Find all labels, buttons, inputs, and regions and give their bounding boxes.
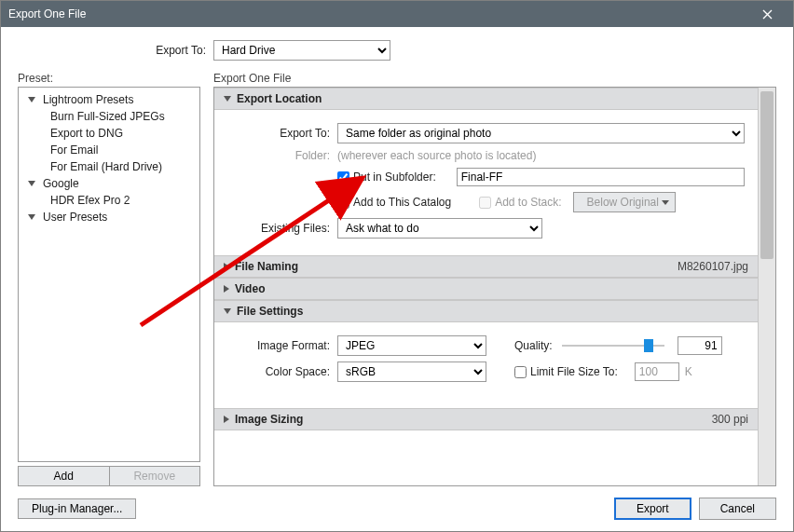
add-catalog-checkbox[interactable]	[337, 197, 349, 209]
panels-scroll[interactable]: Export Location Export To: Same folder a…	[214, 88, 758, 485]
color-space-select[interactable]: sRGB	[337, 361, 486, 382]
chevron-down-icon	[224, 308, 231, 314]
section-video-head[interactable]: Video	[214, 278, 758, 300]
add-stack-checkbox	[479, 197, 491, 209]
image-format-label: Image Format:	[227, 339, 337, 352]
limit-size-unit: K	[685, 365, 692, 378]
section-image-sizing-head[interactable]: Image Sizing 300 ppi	[214, 408, 758, 430]
section-export-location-head[interactable]: Export Location	[214, 88, 758, 110]
preset-group[interactable]: Lightroom Presets	[19, 91, 199, 108]
chevron-down-icon	[224, 96, 231, 102]
scrollbar-thumb[interactable]	[760, 91, 773, 259]
preset-label: Preset:	[18, 72, 200, 85]
preset-add-button[interactable]: Add	[18, 466, 110, 486]
titlebar: Export One File	[1, 1, 793, 27]
preset-group-label: Google	[43, 177, 79, 190]
add-stack-check: Add to Stack:	[479, 196, 561, 209]
preset-group-label: Lightroom Presets	[43, 93, 133, 106]
folder-value: (wherever each source photo is located)	[337, 149, 536, 162]
preset-item[interactable]: For Email (Hard Drive)	[19, 158, 199, 175]
window-title: Export One File	[8, 7, 748, 20]
preset-item[interactable]: Export to DNG	[19, 125, 199, 142]
chevron-down-icon	[28, 214, 35, 220]
put-subfolder-check[interactable]: Put in Subfolder:	[337, 171, 436, 184]
close-button[interactable]	[748, 1, 786, 27]
chevron-down-icon	[28, 97, 35, 102]
scrollbar[interactable]	[758, 88, 775, 485]
limit-size-label: Limit File Size To:	[530, 365, 618, 378]
limit-size-input	[635, 362, 679, 381]
subfolder-input[interactable]	[457, 168, 745, 186]
put-subfolder-checkbox[interactable]	[337, 171, 349, 184]
export-to-select[interactable]: Same folder as original photo	[337, 123, 745, 143]
existing-files-select[interactable]: Ask what to do	[337, 218, 542, 239]
quality-label: Quality:	[514, 339, 553, 352]
put-subfolder-label: Put in Subfolder:	[353, 171, 436, 184]
chevron-right-icon	[224, 416, 229, 423]
image-sizing-trail: 300 ppi	[712, 413, 748, 426]
folder-label: Folder:	[227, 149, 337, 162]
preset-group-label: User Presets	[43, 211, 107, 224]
preset-item[interactable]: Burn Full-Sized JPEGs	[19, 108, 199, 125]
existing-label: Existing Files:	[227, 222, 337, 235]
export-button[interactable]: Export	[614, 498, 691, 520]
chevron-right-icon	[224, 263, 229, 270]
section-title: File Settings	[237, 305, 303, 318]
export-to-top-label: Export To:	[18, 44, 213, 57]
preset-remove-button[interactable]: Remove	[109, 466, 201, 486]
file-naming-trail: M8260107.jpg	[678, 260, 748, 273]
section-file-settings-head[interactable]: File Settings	[214, 300, 758, 322]
chevron-down-icon	[28, 181, 35, 186]
quality-input[interactable]	[678, 336, 722, 355]
color-space-label: Color Space:	[227, 365, 337, 378]
section-file-naming-head[interactable]: File Naming M8260107.jpg	[214, 255, 758, 278]
preset-tree[interactable]: Lightroom Presets Burn Full-Sized JPEGs …	[18, 87, 200, 462]
add-catalog-check[interactable]: Add to This Catalog	[337, 196, 451, 209]
section-title: Export Location	[237, 92, 322, 105]
close-icon	[762, 9, 773, 20]
export-to-top-select[interactable]: Hard Drive	[213, 40, 390, 61]
slider-thumb[interactable]	[644, 339, 653, 352]
add-stack-label: Add to Stack:	[495, 196, 561, 209]
section-label: Export One File	[213, 72, 776, 85]
limit-size-check[interactable]: Limit File Size To:	[514, 365, 618, 378]
section-title: Image Sizing	[235, 413, 303, 426]
section-export-location-body: Export To: Same folder as original photo…	[214, 110, 758, 255]
quality-slider[interactable]	[562, 339, 664, 352]
section-file-settings-body: Image Format: JPEG Quality:	[214, 322, 758, 399]
preset-group[interactable]: Google	[19, 175, 199, 192]
chevron-right-icon	[224, 285, 229, 293]
section-title: File Naming	[235, 260, 298, 273]
section-title: Video	[235, 282, 265, 295]
preset-group[interactable]: User Presets	[19, 209, 199, 225]
plugin-manager-button[interactable]: Plug-in Manager...	[18, 498, 136, 519]
preset-item[interactable]: For Email	[19, 142, 199, 158]
preset-item[interactable]: HDR Efex Pro 2	[19, 192, 199, 209]
limit-size-checkbox[interactable]	[514, 366, 527, 378]
stack-position-select: Below Original	[573, 192, 676, 212]
export-to-label: Export To:	[227, 127, 337, 140]
image-format-select[interactable]: JPEG	[337, 335, 486, 356]
cancel-button[interactable]: Cancel	[699, 498, 776, 520]
add-catalog-label: Add to This Catalog	[353, 196, 451, 209]
